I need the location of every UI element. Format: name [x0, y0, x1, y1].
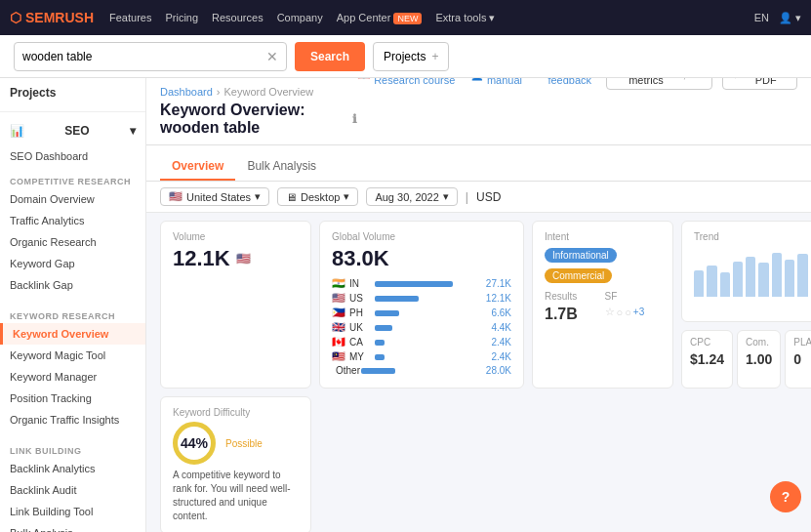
nav-extra-tools[interactable]: Extra tools ▾: [435, 12, 495, 24]
trend-bar-item: [720, 272, 730, 297]
sidebar-section-competitive: COMPETITIVE RESEARCH Domain Overview Tra…: [0, 167, 145, 302]
country-value-CA: 2.4K: [491, 337, 511, 348]
pla-card: PLA 0: [785, 330, 811, 389]
intent-badges: Informational Commercial: [545, 248, 661, 283]
country-flag-PH: 🇵🇭: [332, 307, 345, 319]
desktop-icon: 🖥: [286, 191, 297, 203]
sidebar-item-organic-traffic-insights[interactable]: Organic Traffic Insights: [0, 409, 145, 430]
search-input-wrap: ✕: [14, 42, 287, 71]
country-bar-IN: [375, 281, 453, 287]
nav-pricing[interactable]: Pricing: [165, 12, 198, 23]
user-icon[interactable]: 👤 ▾: [779, 12, 801, 24]
cpc-card: CPC $1.24: [681, 330, 733, 389]
sidebar-item-traffic-analytics[interactable]: Traffic Analytics: [0, 210, 145, 231]
sf-circle2-icon: ○: [625, 307, 631, 318]
tab-overview[interactable]: Overview: [160, 153, 235, 181]
country-bar-MY: [375, 354, 385, 360]
keyword-research-course-link[interactable]: 📖 Keyword Research course: [357, 78, 461, 86]
help-badge[interactable]: ?: [770, 481, 801, 512]
send-feedback-link[interactable]: ✉ Send feedback: [536, 78, 596, 86]
country-code-CA: CA: [349, 337, 371, 348]
sidebar-item-keyword-overview[interactable]: Keyword Overview: [0, 323, 145, 345]
date-filter[interactable]: Aug 30, 2022 ▾: [366, 187, 457, 206]
device-filter[interactable]: 🖥 Desktop ▾: [277, 187, 358, 206]
trend-bar-item: [746, 257, 755, 297]
clear-icon[interactable]: ✕: [266, 49, 278, 64]
nav-resources[interactable]: Resources: [212, 12, 264, 23]
country-row-item: 🇵🇭 PH 6.6K: [332, 307, 511, 319]
pla-value: 0: [793, 351, 811, 367]
country-code-US: US: [349, 293, 371, 304]
sidebar-item-bulk-analysis[interactable]: Bulk Analysis: [0, 522, 145, 532]
com-value: 1.00: [746, 351, 772, 367]
sidebar-item-backlink-audit[interactable]: Backlink Audit: [0, 479, 145, 501]
trend-bar-item: [797, 254, 807, 297]
search-bar: ✕ Search Projects +: [0, 35, 811, 78]
cpc-label: CPC: [690, 337, 724, 348]
country-row-item: 🇬🇧 UK 4.4K: [332, 321, 511, 334]
search-input[interactable]: [22, 50, 266, 63]
country-flag-MY: 🇲🇾: [332, 350, 345, 363]
breadcrumb-separator: ›: [217, 86, 221, 98]
user-manual-link[interactable]: 👤 User manual: [470, 78, 526, 86]
export-pdf-button[interactable]: ⬇ Export to PDF: [722, 78, 797, 90]
nav-app-center[interactable]: App Center NEW: [337, 12, 423, 23]
sidebar-item-keyword-gap[interactable]: Keyword Gap: [0, 253, 145, 274]
country-row-item: 🇲🇾 MY 2.4K: [332, 350, 511, 363]
sidebar-item-seo-dashboard[interactable]: SEO Dashboard: [0, 145, 145, 167]
country-bar-CA: [375, 340, 385, 346]
nav-company[interactable]: Company: [277, 12, 323, 23]
tab-bulk-analysis[interactable]: Bulk Analysis: [235, 153, 328, 181]
country-flag-IN: 🇮🇳: [332, 277, 345, 290]
country-code-IN: IN: [349, 278, 371, 289]
country-rows: 🇮🇳 IN 27.1K 🇺🇸 US 12.1K 🇵🇭 PH 6.6K 🇬🇧 UK…: [332, 277, 511, 376]
header-actions: 📖 Keyword Research course 👤 User manual …: [357, 78, 797, 90]
logo: ⬡ SEMRUSH: [10, 10, 94, 25]
sidebar-item-keyword-manager[interactable]: Keyword Manager: [0, 366, 145, 388]
sidebar-item-backlink-analytics[interactable]: Backlink Analytics: [0, 458, 145, 479]
country-flag: 🇺🇸: [169, 190, 182, 203]
volume-value: 12.1K: [173, 246, 230, 271]
top-nav: ⬡ SEMRUSH Features Pricing Resources Com…: [0, 0, 811, 35]
trend-bar-item: [694, 270, 704, 297]
chevron-down-icon: ▾: [255, 190, 261, 203]
chevron-down-icon: ▾: [130, 124, 136, 138]
country-row-item: 🇮🇳 IN 27.1K: [332, 277, 511, 290]
country-code-MY: MY: [349, 351, 371, 362]
book-icon: 📖: [357, 78, 371, 81]
country-filter[interactable]: 🇺🇸 United States ▾: [160, 187, 269, 206]
sidebar-item-keyword-magic-tool[interactable]: Keyword Magic Tool: [0, 345, 145, 366]
cpc-value: $1.24: [690, 351, 724, 367]
kd-label: Keyword Difficulty: [173, 407, 299, 418]
lang-selector[interactable]: EN: [754, 12, 769, 23]
sidebar-item-backlink-gap[interactable]: Backlink Gap: [0, 274, 145, 296]
info-icon[interactable]: ℹ: [352, 112, 357, 126]
results-section: Results 1.7B: [545, 291, 601, 323]
pla-label: PLA: [793, 337, 811, 348]
add-project-icon[interactable]: +: [431, 50, 438, 63]
country-code-UK: UK: [349, 322, 371, 333]
sidebar-item-position-tracking[interactable]: Position Tracking: [0, 388, 145, 409]
breadcrumb-dashboard[interactable]: Dashboard: [160, 86, 213, 98]
trend-bar-item: [733, 262, 743, 297]
sidebar-item-projects[interactable]: Projects: [0, 78, 145, 107]
country-flag-CA: 🇨🇦: [332, 336, 345, 348]
global-volume-value: 83.0K: [332, 246, 511, 271]
sidebar-item-domain-overview[interactable]: Domain Overview: [0, 188, 145, 210]
sidebar-item-link-building-tool[interactable]: Link Building Tool: [0, 501, 145, 522]
logo-text: SEMRUSH: [25, 10, 94, 25]
chevron-down-icon: ▾: [443, 190, 449, 203]
trend-bar-item: [772, 253, 782, 297]
sidebar-section-keyword-research: KEYWORD RESEARCH Keyword Overview Keywor…: [0, 302, 145, 436]
seo-dashboard-label: SEO Dashboard: [10, 150, 88, 162]
sidebar-item-organic-research[interactable]: Organic Research: [0, 231, 145, 253]
update-metrics-button[interactable]: ↻ Update metrics 1/1,000: [606, 78, 712, 90]
breadcrumb-current: Keyword Overview: [224, 86, 314, 98]
search-button[interactable]: Search: [295, 42, 365, 71]
projects-button[interactable]: Projects +: [373, 42, 449, 71]
com-label: Com.: [746, 337, 772, 348]
country-row-item: 🇺🇸 US 12.1K: [332, 292, 511, 305]
nav-features[interactable]: Features: [109, 12, 151, 23]
sidebar-item-seo[interactable]: 📊 SEO ▾: [0, 116, 145, 145]
country-value-MY: 2.4K: [491, 351, 511, 362]
